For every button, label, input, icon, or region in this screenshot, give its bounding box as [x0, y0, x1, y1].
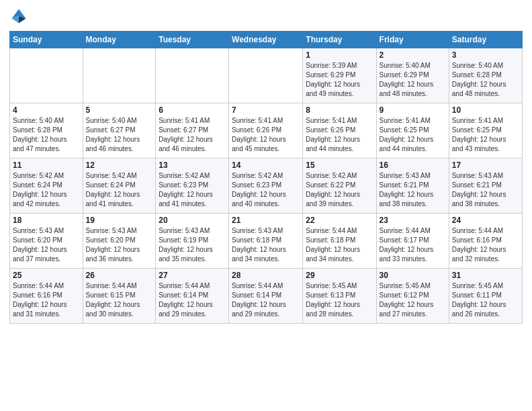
day-info: Sunrise: 5:40 AM Sunset: 6:29 PM Dayligh… — [380, 61, 446, 99]
day-number: 21 — [232, 216, 300, 225]
day-info: Sunrise: 5:42 AM Sunset: 6:24 PM Dayligh… — [13, 171, 80, 209]
day-cell: 20Sunrise: 5:43 AM Sunset: 6:19 PM Dayli… — [156, 214, 229, 269]
weekday-header-sunday: Sunday — [10, 32, 83, 48]
day-info: Sunrise: 5:44 AM Sunset: 6:16 PM Dayligh… — [13, 281, 80, 319]
day-cell: 30Sunrise: 5:45 AM Sunset: 6:12 PM Dayli… — [376, 269, 449, 324]
day-info: Sunrise: 5:39 AM Sunset: 6:29 PM Dayligh… — [306, 61, 373, 99]
calendar-table: SundayMondayTuesdayWednesdayThursdayFrid… — [9, 31, 523, 324]
day-info: Sunrise: 5:44 AM Sunset: 6:15 PM Dayligh… — [86, 281, 153, 319]
day-info: Sunrise: 5:42 AM Sunset: 6:22 PM Dayligh… — [306, 171, 373, 209]
day-cell: 16Sunrise: 5:43 AM Sunset: 6:21 PM Dayli… — [376, 158, 449, 214]
day-cell: 10Sunrise: 5:41 AM Sunset: 6:25 PM Dayli… — [449, 103, 522, 158]
day-number: 7 — [232, 105, 300, 115]
day-cell: 11Sunrise: 5:42 AM Sunset: 6:24 PM Dayli… — [10, 158, 83, 214]
day-info: Sunrise: 5:41 AM Sunset: 6:26 PM Dayligh… — [232, 116, 300, 154]
day-info: Sunrise: 5:44 AM Sunset: 6:17 PM Dayligh… — [380, 226, 446, 264]
weekday-header-wednesday: Wednesday — [229, 32, 303, 48]
day-cell: 2Sunrise: 5:40 AM Sunset: 6:29 PM Daylig… — [376, 48, 449, 103]
day-info: Sunrise: 5:44 AM Sunset: 6:14 PM Dayligh… — [159, 281, 226, 319]
day-number: 25 — [13, 271, 80, 280]
day-cell: 19Sunrise: 5:43 AM Sunset: 6:20 PM Dayli… — [83, 214, 156, 269]
day-number: 13 — [159, 161, 226, 170]
page: SundayMondayTuesdayWednesdayThursdayFrid… — [0, 0, 532, 411]
day-number: 3 — [452, 50, 519, 60]
day-number: 9 — [380, 105, 446, 115]
day-cell: 28Sunrise: 5:44 AM Sunset: 6:14 PM Dayli… — [229, 269, 303, 324]
day-info: Sunrise: 5:43 AM Sunset: 6:21 PM Dayligh… — [380, 171, 446, 209]
weekday-header-tuesday: Tuesday — [156, 32, 229, 48]
day-number: 5 — [86, 105, 153, 115]
day-info: Sunrise: 5:42 AM Sunset: 6:23 PM Dayligh… — [159, 171, 226, 209]
day-number: 10 — [452, 105, 519, 115]
day-info: Sunrise: 5:43 AM Sunset: 6:18 PM Dayligh… — [232, 226, 300, 264]
day-number: 31 — [452, 271, 519, 280]
week-row-2: 4Sunrise: 5:40 AM Sunset: 6:28 PM Daylig… — [10, 103, 523, 158]
day-cell: 4Sunrise: 5:40 AM Sunset: 6:28 PM Daylig… — [10, 103, 83, 158]
day-number: 22 — [306, 216, 373, 225]
day-cell: 31Sunrise: 5:45 AM Sunset: 6:11 PM Dayli… — [449, 269, 522, 324]
day-cell: 23Sunrise: 5:44 AM Sunset: 6:17 PM Dayli… — [376, 214, 449, 269]
day-number: 12 — [86, 161, 153, 170]
day-info: Sunrise: 5:40 AM Sunset: 6:28 PM Dayligh… — [13, 116, 80, 154]
day-info: Sunrise: 5:42 AM Sunset: 6:23 PM Dayligh… — [232, 171, 300, 209]
day-number: 23 — [380, 216, 446, 225]
day-cell: 14Sunrise: 5:42 AM Sunset: 6:23 PM Dayli… — [229, 158, 303, 214]
calendar-body: 1Sunrise: 5:39 AM Sunset: 6:29 PM Daylig… — [10, 48, 523, 324]
day-info: Sunrise: 5:43 AM Sunset: 6:20 PM Dayligh… — [13, 226, 80, 264]
weekday-header-monday: Monday — [83, 32, 156, 48]
day-info: Sunrise: 5:44 AM Sunset: 6:14 PM Dayligh… — [232, 281, 300, 319]
day-number: 19 — [86, 216, 153, 225]
day-number: 26 — [86, 271, 153, 280]
day-number: 27 — [159, 271, 226, 280]
day-number: 20 — [159, 216, 226, 225]
day-number: 18 — [13, 216, 80, 225]
day-number: 2 — [380, 50, 446, 60]
day-cell: 5Sunrise: 5:40 AM Sunset: 6:27 PM Daylig… — [83, 103, 156, 158]
week-row-4: 18Sunrise: 5:43 AM Sunset: 6:20 PM Dayli… — [10, 214, 523, 269]
day-info: Sunrise: 5:43 AM Sunset: 6:19 PM Dayligh… — [159, 226, 226, 264]
day-number: 4 — [13, 105, 80, 115]
day-cell: 3Sunrise: 5:40 AM Sunset: 6:28 PM Daylig… — [449, 48, 522, 103]
day-info: Sunrise: 5:43 AM Sunset: 6:21 PM Dayligh… — [452, 171, 519, 209]
day-number: 24 — [452, 216, 519, 225]
day-cell: 9Sunrise: 5:41 AM Sunset: 6:25 PM Daylig… — [376, 103, 449, 158]
weekday-row: SundayMondayTuesdayWednesdayThursdayFrid… — [10, 32, 523, 48]
day-cell: 29Sunrise: 5:45 AM Sunset: 6:13 PM Dayli… — [303, 269, 376, 324]
day-info: Sunrise: 5:42 AM Sunset: 6:24 PM Dayligh… — [86, 171, 153, 209]
day-cell — [156, 48, 229, 103]
day-number: 17 — [452, 161, 519, 170]
day-cell: 17Sunrise: 5:43 AM Sunset: 6:21 PM Dayli… — [449, 158, 522, 214]
weekday-header-friday: Friday — [376, 32, 449, 48]
day-cell: 27Sunrise: 5:44 AM Sunset: 6:14 PM Dayli… — [156, 269, 229, 324]
day-number: 6 — [159, 105, 226, 115]
week-row-1: 1Sunrise: 5:39 AM Sunset: 6:29 PM Daylig… — [10, 48, 523, 103]
day-cell: 26Sunrise: 5:44 AM Sunset: 6:15 PM Dayli… — [83, 269, 156, 324]
weekday-header-saturday: Saturday — [449, 32, 522, 48]
day-cell: 13Sunrise: 5:42 AM Sunset: 6:23 PM Dayli… — [156, 158, 229, 214]
day-cell: 25Sunrise: 5:44 AM Sunset: 6:16 PM Dayli… — [10, 269, 83, 324]
logo-icon — [9, 7, 28, 26]
day-cell: 12Sunrise: 5:42 AM Sunset: 6:24 PM Dayli… — [83, 158, 156, 214]
day-info: Sunrise: 5:40 AM Sunset: 6:28 PM Dayligh… — [452, 61, 519, 99]
day-number: 14 — [232, 161, 300, 170]
day-info: Sunrise: 5:44 AM Sunset: 6:16 PM Dayligh… — [452, 226, 519, 264]
day-info: Sunrise: 5:44 AM Sunset: 6:18 PM Dayligh… — [306, 226, 373, 264]
day-cell: 1Sunrise: 5:39 AM Sunset: 6:29 PM Daylig… — [303, 48, 376, 103]
day-info: Sunrise: 5:45 AM Sunset: 6:11 PM Dayligh… — [452, 281, 519, 319]
day-cell: 8Sunrise: 5:41 AM Sunset: 6:26 PM Daylig… — [303, 103, 376, 158]
weekday-header-thursday: Thursday — [303, 32, 376, 48]
day-cell — [10, 48, 83, 103]
day-number: 29 — [306, 271, 373, 280]
day-info: Sunrise: 5:41 AM Sunset: 6:26 PM Dayligh… — [306, 116, 373, 154]
logo — [9, 7, 31, 26]
day-info: Sunrise: 5:45 AM Sunset: 6:12 PM Dayligh… — [380, 281, 446, 319]
week-row-5: 25Sunrise: 5:44 AM Sunset: 6:16 PM Dayli… — [10, 269, 523, 324]
day-info: Sunrise: 5:41 AM Sunset: 6:25 PM Dayligh… — [452, 116, 519, 154]
day-cell: 15Sunrise: 5:42 AM Sunset: 6:22 PM Dayli… — [303, 158, 376, 214]
day-cell: 18Sunrise: 5:43 AM Sunset: 6:20 PM Dayli… — [10, 214, 83, 269]
day-number: 28 — [232, 271, 300, 280]
day-number: 30 — [380, 271, 446, 280]
day-cell — [83, 48, 156, 103]
day-cell: 21Sunrise: 5:43 AM Sunset: 6:18 PM Dayli… — [229, 214, 303, 269]
day-info: Sunrise: 5:41 AM Sunset: 6:27 PM Dayligh… — [159, 116, 226, 154]
